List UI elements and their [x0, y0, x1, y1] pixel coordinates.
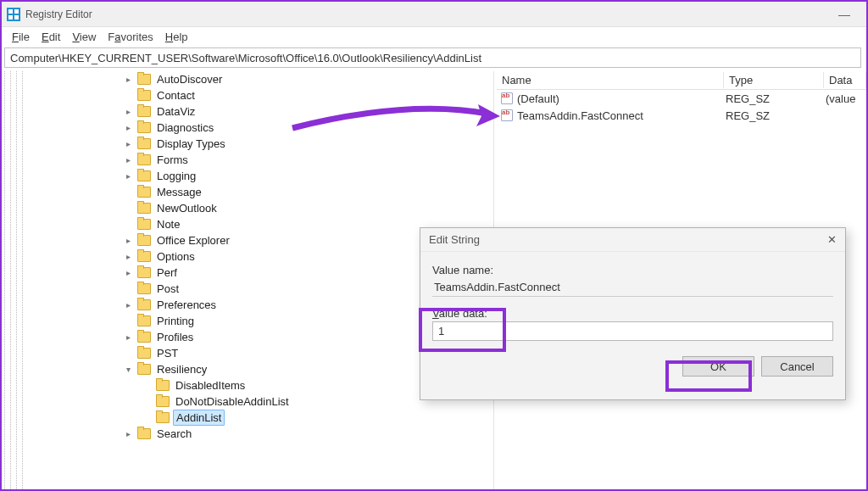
folder-icon: [137, 187, 151, 198]
folder-icon: [137, 203, 151, 214]
tree-node-label: DoNotDisableAddinList: [173, 394, 292, 409]
address-text: Computer\HKEY_CURRENT_USER\Software\Micr…: [10, 52, 481, 64]
expander-icon[interactable]: ▸: [122, 170, 134, 182]
tree-node-label: Office Explorer: [154, 233, 232, 248]
svg-rect-1: [8, 9, 13, 14]
expander-icon[interactable]: [141, 396, 153, 408]
expander-icon[interactable]: ▸: [122, 235, 134, 247]
value-data-label: Value data:: [432, 307, 833, 320]
tree-node-label: AutoDiscover: [154, 72, 225, 86]
tree-node-label: Options: [154, 249, 198, 264]
tree-node-label: DisabledItems: [173, 378, 248, 393]
expander-icon[interactable]: [122, 219, 134, 231]
folder-icon: [137, 428, 151, 439]
expander-icon[interactable]: ▾: [122, 364, 134, 376]
close-icon[interactable]: ✕: [827, 233, 837, 246]
expander-icon[interactable]: ▸: [122, 299, 134, 311]
expander-icon[interactable]: [122, 203, 134, 215]
col-type[interactable]: Type: [724, 72, 824, 88]
tree-node-label: Printing: [154, 314, 197, 328]
folder-icon: [137, 267, 151, 278]
expander-icon[interactable]: [122, 187, 134, 198]
value-row[interactable]: TeamsAddin.FastConnectREG_SZ: [497, 107, 866, 124]
tree-node-label: Profiles: [154, 330, 196, 344]
svg-rect-3: [8, 15, 13, 20]
ok-button[interactable]: OK: [682, 356, 754, 377]
tree-node-label: AddinList: [173, 410, 225, 426]
minimize-button[interactable]: —: [827, 8, 861, 21]
value-data-field[interactable]: [432, 321, 833, 341]
menu-help[interactable]: Help: [160, 29, 193, 45]
expander-icon[interactable]: [122, 348, 134, 360]
cancel-button[interactable]: Cancel: [761, 356, 833, 377]
tree-node[interactable]: ▸Search: [29, 426, 493, 442]
folder-icon: [137, 138, 151, 149]
tree-node[interactable]: ▸Diagnostics: [29, 120, 493, 136]
tree-node[interactable]: Message: [29, 184, 493, 200]
expander-icon[interactable]: ▸: [122, 106, 134, 118]
expander-icon[interactable]: [122, 315, 134, 327]
edit-string-dialog: Edit String ✕ Value name: Value data: OK…: [420, 227, 846, 400]
tree-node-label: DataViz: [154, 104, 198, 119]
folder-icon: [137, 219, 151, 230]
menu-favorites[interactable]: Favorites: [103, 29, 158, 45]
folder-icon: [137, 74, 151, 85]
tree-node-label: PST: [154, 346, 181, 360]
menu-file[interactable]: File: [7, 29, 35, 45]
tree-node[interactable]: ▸Display Types: [29, 136, 493, 152]
address-bar[interactable]: Computer\HKEY_CURRENT_USER\Software\Micr…: [4, 47, 861, 68]
expander-icon[interactable]: ▸: [122, 138, 134, 150]
string-value-icon: [500, 109, 514, 122]
folder-icon: [137, 299, 151, 310]
expander-icon[interactable]: [122, 283, 134, 295]
expander-icon[interactable]: ▸: [122, 122, 134, 134]
tree-node[interactable]: AddinList: [29, 410, 493, 426]
value-data: (value: [826, 92, 866, 105]
value-name-field[interactable]: [432, 278, 833, 297]
tree-node[interactable]: ▸Logging: [29, 168, 493, 184]
values-header: Name Type Data: [497, 71, 866, 90]
svg-rect-2: [14, 9, 19, 14]
folder-icon: [137, 283, 151, 294]
titlebar: Registry Editor —: [2, 2, 866, 27]
value-row[interactable]: (Default)REG_SZ(value: [497, 90, 866, 107]
tree-node[interactable]: ▸DataViz: [29, 103, 493, 120]
folder-icon: [137, 154, 151, 165]
menu-edit[interactable]: Edit: [36, 29, 65, 45]
svg-rect-4: [14, 15, 19, 20]
expander-icon[interactable]: [141, 412, 153, 424]
expander-icon[interactable]: ▸: [122, 251, 134, 263]
expander-icon[interactable]: ▸: [122, 267, 134, 279]
expander-icon[interactable]: ▸: [122, 74, 134, 86]
folder-icon: [137, 364, 151, 375]
expander-icon[interactable]: [141, 380, 153, 392]
folder-icon: [137, 348, 151, 359]
menu-view[interactable]: View: [67, 29, 101, 45]
dialog-title-text: Edit String: [429, 233, 480, 246]
tree-node-label: Message: [154, 185, 204, 199]
dialog-titlebar: Edit String ✕: [420, 228, 845, 252]
expander-icon[interactable]: ▸: [122, 332, 134, 343]
folder-icon: [156, 396, 170, 407]
col-name[interactable]: Name: [497, 72, 724, 88]
tree-node-label: Forms: [154, 153, 191, 167]
folder-icon: [137, 315, 151, 326]
app-icon: [7, 8, 20, 21]
string-value-icon: [500, 92, 514, 105]
expander-icon[interactable]: ▸: [122, 428, 134, 440]
tree-node[interactable]: ▸Forms: [29, 152, 493, 168]
expander-icon[interactable]: ▸: [122, 154, 134, 166]
folder-icon: [137, 122, 151, 133]
col-data[interactable]: Data: [824, 72, 866, 88]
tree-node-label: Preferences: [154, 298, 219, 312]
tree-node[interactable]: Contact: [29, 87, 493, 103]
tree-node[interactable]: NewOutlook: [29, 200, 493, 216]
folder-icon: [156, 412, 170, 423]
tree-node[interactable]: ▸AutoDiscover: [29, 71, 493, 87]
tree-node-label: Logging: [154, 169, 198, 183]
value-name: TeamsAddin.FastConnect: [517, 109, 726, 122]
value-name-label: Value name:: [432, 264, 833, 276]
folder-icon: [156, 380, 170, 391]
tree-node-label: NewOutlook: [154, 201, 220, 215]
expander-icon[interactable]: [122, 90, 134, 102]
